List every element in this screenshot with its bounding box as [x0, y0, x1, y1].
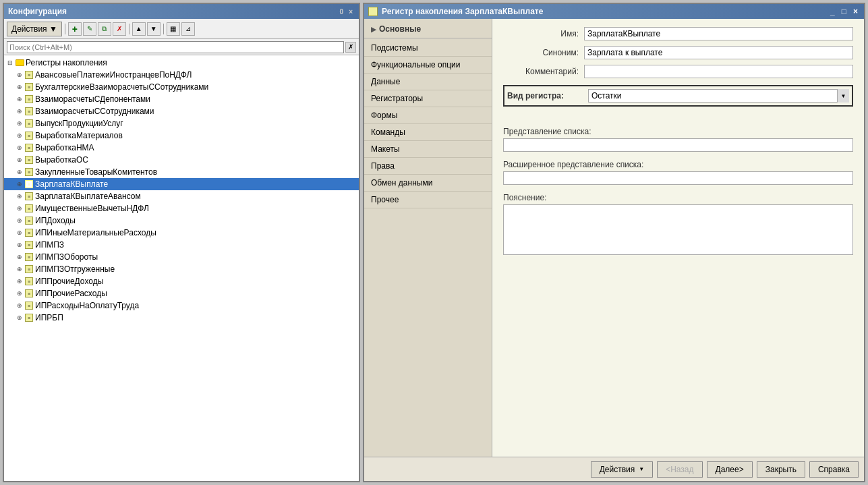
tree-item[interactable]: ⊕ ≡ ИППрочиеРасходы	[4, 287, 359, 299]
tree-item[interactable]: ⊕ ≡ БухгалтерскиеВзаиморасчетыССотрудник…	[4, 81, 359, 93]
register-type-row: Вид регистра: Остатки Обороты ▼	[503, 85, 853, 107]
item-expand-btn[interactable]: ⊕	[15, 155, 24, 165]
root-label: Регистры накопления	[26, 58, 107, 67]
synonym-input[interactable]	[584, 46, 853, 59]
item-expand-btn[interactable]: ⊕	[15, 301, 24, 310]
right-title: Регистр накопления ЗарплатаКВыплате	[382, 7, 543, 16]
item-label: ЗакупленныеТоварыКомитентов	[35, 167, 157, 177]
tree-item[interactable]: ⊕ ≡ ВзаиморасчетыСДепонентами	[4, 93, 359, 105]
tree-item[interactable]: ⊕ ≡ ИмущественныеВычетыНДФЛ	[4, 202, 359, 215]
nav-tab-команды[interactable]: Команды	[364, 124, 492, 141]
down-button[interactable]: ▼	[147, 22, 161, 36]
item-reg-icon: ≡	[24, 216, 34, 225]
tree-item[interactable]: ⊕ ≡ ИППрочиеДоходы	[4, 275, 359, 287]
item-label: ЗарплатаКВыплате	[35, 179, 108, 189]
item-expand-btn[interactable]: ⊕	[15, 192, 24, 201]
tree-item[interactable]: ⊕ ≡ ИПМПЗОтгруженные	[4, 263, 359, 275]
tree-item[interactable]: ⊕ ≡ АвансовыеПлатежиИностранцевПоНДФЛ	[4, 69, 359, 81]
item-label: ИППрочиеДоходы	[35, 277, 103, 286]
add-button[interactable]: +	[68, 22, 82, 36]
item-expand-btn[interactable]: ⊕	[15, 313, 24, 322]
item-expand-btn[interactable]: ⊕	[15, 216, 24, 225]
item-expand-btn[interactable]: ⊕	[15, 143, 24, 152]
item-expand-btn[interactable]: ⊕	[15, 82, 24, 92]
item-expand-btn[interactable]: ⊕	[15, 277, 24, 286]
nav-tab-данные[interactable]: Данные	[364, 74, 492, 90]
item-expand-btn[interactable]: ⊕	[15, 94, 24, 104]
item-label: АвансовыеПлатежиИностранцевПоНДФЛ	[35, 70, 192, 80]
item-expand-btn[interactable]: ⊕	[15, 107, 24, 116]
nav-tab-функциональные-опции[interactable]: Функциональные опции	[364, 57, 492, 74]
grid-button[interactable]: ▦	[167, 22, 180, 36]
item-expand-btn[interactable]: ⊕	[15, 289, 24, 298]
tree-item[interactable]: ⊕ ≡ ВзаиморасчетыССотрудниками	[4, 105, 359, 117]
item-expand-btn[interactable]: ⊕	[15, 131, 24, 140]
tree-item[interactable]: ⊕ ≡ ИПМПЗ	[4, 239, 359, 251]
tree-root-item[interactable]: ⊟ Регистры накопления	[4, 57, 359, 69]
item-expand-btn[interactable]: ⊕	[15, 179, 24, 189]
tree-item[interactable]: ⊕ ≡ ИПИныеМатериальныеРасходы	[4, 227, 359, 239]
item-reg-icon: ≡	[24, 264, 34, 274]
back-button[interactable]: <Назад	[657, 461, 702, 478]
note-textarea[interactable]	[503, 204, 853, 255]
nav-tab-регистраторы[interactable]: Регистраторы	[364, 90, 492, 107]
register-type-select[interactable]: Остатки Обороты	[588, 89, 849, 103]
item-expand-btn[interactable]: ⊕	[15, 204, 24, 213]
copy-button[interactable]: ⧉	[98, 22, 111, 36]
tree-item[interactable]: ⊕ ≡ ИПРасходыНаОплатуТруда	[4, 299, 359, 312]
item-label: ИПДоходы	[35, 216, 76, 225]
nav-tab-подсистемы[interactable]: Подсистемы	[364, 40, 492, 57]
item-expand-btn[interactable]: ⊕	[15, 167, 24, 177]
nav-tab-макеты[interactable]: Макеты	[364, 141, 492, 158]
right-restore-btn[interactable]: □	[840, 7, 848, 16]
tree-item[interactable]: ⊕ ≡ ИПРБП	[4, 312, 359, 324]
edit-button[interactable]: ✎	[83, 22, 96, 36]
filter-button[interactable]: ⊿	[181, 22, 195, 36]
item-expand-btn[interactable]: ⊕	[15, 240, 24, 250]
tree-item[interactable]: ⊕ ≡ ЗарплатаКВыплатеАвансом	[4, 190, 359, 202]
add-icon: +	[72, 24, 78, 34]
close-btn[interactable]: ×	[347, 8, 355, 16]
close-button[interactable]: Закрыть	[757, 461, 805, 478]
tree-item[interactable]: ⊕ ≡ ВыработкаМатериалов	[4, 130, 359, 142]
root-expand-btn[interactable]: ⊟	[5, 58, 15, 67]
tree-item[interactable]: ⊕ ≡ ЗарплатаКВыплате	[4, 178, 359, 190]
item-expand-btn[interactable]: ⊕	[15, 70, 24, 80]
delete-button[interactable]: ✗	[113, 22, 126, 36]
up-button[interactable]: ▲	[132, 22, 146, 36]
name-input[interactable]	[584, 27, 853, 40]
tree-item[interactable]: ⊕ ≡ ЗакупленныеТоварыКомитентов	[4, 166, 359, 178]
help-button[interactable]: Справка	[809, 461, 859, 478]
item-expand-btn[interactable]: ⊕	[15, 252, 24, 262]
nav-tab-прочее[interactable]: Прочее	[364, 192, 492, 208]
tree-item[interactable]: ⊕ ≡ ИПМПЗОбороты	[4, 251, 359, 263]
right-close-btn[interactable]: ×	[851, 7, 860, 16]
tree-item[interactable]: ⊕ ≡ ВыработкаОС	[4, 154, 359, 166]
nav-tab-права[interactable]: Права	[364, 158, 492, 175]
next-button[interactable]: Далее>	[707, 461, 753, 478]
list-rep-input[interactable]	[503, 138, 853, 152]
actions-menu-button[interactable]: Действия ▼	[7, 22, 62, 36]
actions-bottom-button[interactable]: Действия ▼	[591, 461, 654, 478]
actions-dropdown-icon: ▼	[639, 466, 644, 472]
search-input[interactable]	[7, 41, 344, 53]
nav-tab-обмен-данными[interactable]: Обмен данными	[364, 175, 492, 192]
item-expand-btn[interactable]: ⊕	[15, 119, 24, 128]
item-label: ИмущественныеВычетыНДФЛ	[35, 204, 149, 213]
tree-area[interactable]: ⊟ Регистры накопления ⊕ ≡ АвансовыеПлате…	[4, 55, 359, 481]
tree-item[interactable]: ⊕ ≡ ИПДоходы	[4, 215, 359, 227]
search-clear-button[interactable]: ✗	[345, 42, 356, 53]
right-minimize-btn[interactable]: _	[828, 7, 837, 16]
tree-item[interactable]: ⊕ ≡ ВыработкаНМА	[4, 142, 359, 154]
item-expand-btn[interactable]: ⊕	[15, 228, 24, 237]
ext-list-rep-input[interactable]	[503, 171, 853, 185]
tree-item[interactable]: ⊕ ≡ ВыпускПродукцииУслуг	[4, 117, 359, 130]
item-reg-icon: ≡	[24, 82, 34, 92]
item-reg-icon: ≡	[24, 70, 34, 80]
nav-tab-формы[interactable]: Формы	[364, 107, 492, 124]
item-expand-btn[interactable]: ⊕	[15, 264, 24, 274]
minimize-btn[interactable]: 0	[338, 8, 346, 16]
actions-label: Действия ▼	[11, 24, 57, 34]
comment-input[interactable]	[584, 65, 853, 78]
item-label: ИППрочиеРасходы	[35, 289, 107, 298]
